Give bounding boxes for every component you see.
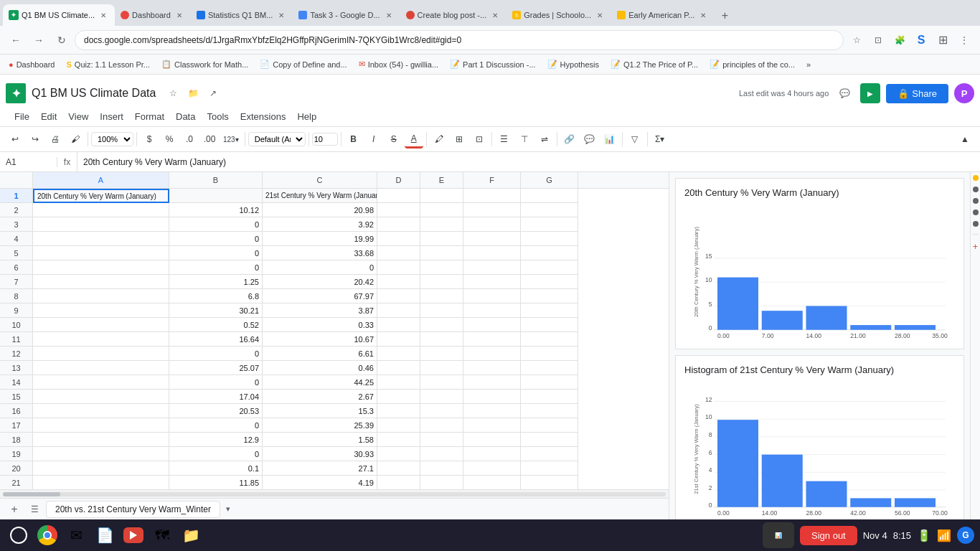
bookmarks-more[interactable]: » [804,59,814,70]
cell-c3[interactable]: 3.92 [263,217,377,232]
taskbar-docs-icon[interactable]: 📄 [92,522,118,548]
cell-reference[interactable]: A1 [0,157,57,167]
cell-b9[interactable]: 30.21 [169,303,263,318]
paint-format-button[interactable]: 🖌 [66,130,85,149]
cell-d10[interactable] [377,318,420,332]
row-header-17[interactable]: 17 [0,418,33,433]
cell-d14[interactable] [377,375,420,390]
cell-g20[interactable] [521,461,578,476]
cell-f2[interactable] [463,203,521,217]
cell-e17[interactable] [420,418,463,433]
cell-f13[interactable] [463,361,521,375]
highlight-color-button[interactable]: 🖍 [430,130,448,149]
cell-c19[interactable]: 30.93 [263,447,377,461]
cell-e20[interactable] [420,461,463,476]
bookmark-q12[interactable]: 📝 Q1.2 The Price of P... [608,58,701,70]
menu-view[interactable]: View [62,108,94,125]
tab-close-stats[interactable]: ✕ [275,9,287,21]
cell-g3[interactable] [521,217,578,232]
cell-e11[interactable] [420,332,463,347]
cell-d19[interactable] [377,447,420,461]
text-rotate-button[interactable]: ⇌ [535,130,554,149]
cell-a6[interactable] [33,260,169,275]
row-header-9[interactable]: 9 [0,303,33,318]
tab-grades[interactable]: S Grades | Schoolo... ✕ [507,4,611,26]
cell-c21[interactable]: 4.19 [263,476,377,489]
cell-g6[interactable] [521,260,578,275]
italic-button[interactable]: I [364,130,383,149]
menu-help[interactable]: Help [291,108,322,125]
cell-d4[interactable] [377,232,420,246]
cell-f3[interactable] [463,217,521,232]
formula-content[interactable]: 20th Century % Very Warm (January) [77,157,980,167]
cell-d7[interactable] [377,275,420,289]
cell-f12[interactable] [463,347,521,361]
new-tab-button[interactable]: + [715,6,735,26]
cell-b10[interactable]: 0.52 [169,318,263,332]
cell-d3[interactable] [377,217,420,232]
cell-e18[interactable] [420,433,463,447]
cell-c8[interactable]: 67.97 [263,289,377,303]
row-header-10[interactable]: 10 [0,318,33,332]
cell-f1[interactable] [463,189,521,203]
percent-button[interactable]: % [160,130,179,149]
row-header-1[interactable]: 1 [0,189,33,203]
cell-f8[interactable] [463,289,521,303]
valign-button[interactable]: ⊤ [515,130,534,149]
cell-c14[interactable]: 44.25 [263,375,377,390]
cell-a8[interactable] [33,289,169,303]
taskbar-chromeos-icon[interactable] [6,522,32,548]
cell-f21[interactable] [463,476,521,489]
tab-q1-bm-climate[interactable]: ✦ Q1 BM US Climate... ✕ [3,4,115,26]
row-header-11[interactable]: 11 [0,332,33,347]
meet-icon[interactable]: ▶ [860,83,880,103]
row-header-20[interactable]: 20 [0,461,33,476]
row-header-21[interactable]: 21 [0,476,33,489]
cell-a21[interactable] [33,476,169,489]
cell-d5[interactable] [377,246,420,260]
bold-button[interactable]: B [344,130,363,149]
cell-a12[interactable] [33,347,169,361]
undo-button[interactable]: ↩ [6,130,24,149]
functions-button[interactable]: Σ▾ [651,130,669,149]
col-header-e[interactable]: E [420,172,463,188]
col-header-b[interactable]: B [169,172,263,188]
cell-c9[interactable]: 3.87 [263,303,377,318]
cell-c5[interactable]: 33.68 [263,246,377,260]
cell-g18[interactable] [521,433,578,447]
taskbar-chrome-icon[interactable] [34,522,60,548]
row-header-8[interactable]: 8 [0,289,33,303]
share-button[interactable]: 🔒 Share [886,84,948,103]
comment-icon[interactable]: 💬 [834,83,854,103]
cell-c10[interactable]: 0.33 [263,318,377,332]
cell-b5[interactable]: 0 [169,246,263,260]
cell-g2[interactable] [521,203,578,217]
cell-a3[interactable] [33,217,169,232]
cell-e2[interactable] [420,203,463,217]
col-header-c[interactable]: C [263,172,377,188]
halign-button[interactable]: ☰ [495,130,514,149]
cell-b12[interactable]: 0 [169,347,263,361]
tab-close-grades[interactable]: ✕ [594,9,606,21]
cell-d18[interactable] [377,433,420,447]
cell-g5[interactable] [521,246,578,260]
row-header-19[interactable]: 19 [0,447,33,461]
tab-stats[interactable]: Statistics Q1 BM... ✕ [191,4,293,26]
tab-close-blog[interactable]: ✕ [489,9,501,21]
cell-d20[interactable] [377,461,420,476]
row-header-12[interactable]: 12 [0,347,33,361]
cast-icon[interactable]: ⊡ [868,30,888,50]
cell-a7[interactable] [33,275,169,289]
cell-c1[interactable]: 21st Century % Very Warm (January) [263,189,377,203]
star-icon[interactable]: ☆ [164,85,182,102]
cell-f10[interactable] [463,318,521,332]
chart-button[interactable]: 📊 [600,130,619,149]
sync-icon[interactable]: ⊞ [933,30,953,50]
cell-f5[interactable] [463,246,521,260]
menu-data[interactable]: Data [170,108,201,125]
row-header-16[interactable]: 16 [0,404,33,418]
profile-s-icon[interactable]: S [911,30,931,50]
cell-b13[interactable]: 25.07 [169,361,263,375]
cell-b17[interactable]: 0 [169,418,263,433]
row-header-13[interactable]: 13 [0,361,33,375]
